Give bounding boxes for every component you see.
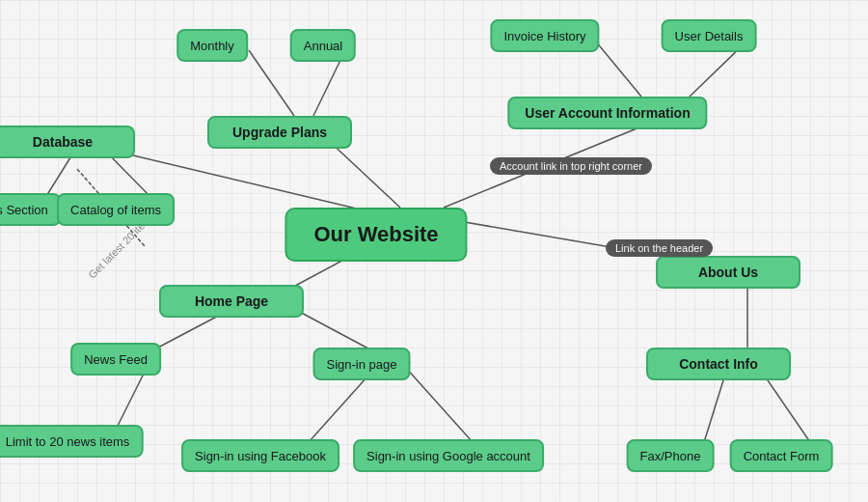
link-header-label: Link on the header: [606, 239, 713, 257]
signin-fb-node[interactable]: Sign-in using Facebook: [181, 439, 339, 472]
signin-google-node[interactable]: Sign-in using Google account: [353, 439, 544, 472]
annual-node[interactable]: Annual: [290, 29, 356, 62]
catalog-node[interactable]: Catalog of items: [57, 193, 175, 226]
svg-line-7: [249, 50, 294, 116]
svg-line-1: [328, 140, 400, 208]
our-website-node[interactable]: Our Website: [285, 208, 467, 262]
database-node[interactable]: Database: [0, 126, 135, 158]
user-account-node[interactable]: User Account Information: [507, 97, 707, 129]
news-feed-node[interactable]: News Feed: [70, 343, 161, 376]
account-link-label: Account link in top right corner: [490, 157, 652, 175]
contact-info-node[interactable]: Contact Info: [646, 348, 791, 380]
limit-news-node[interactable]: Limit to 20 news items: [0, 425, 143, 458]
signin-page-node[interactable]: Sign-in page: [313, 348, 411, 380]
upgrade-plans-node[interactable]: Upgrade Plans: [207, 116, 352, 149]
user-details-node[interactable]: User Details: [662, 19, 757, 52]
fax-phone-node[interactable]: Fax/Phone: [627, 439, 715, 472]
svg-line-9: [595, 41, 641, 97]
news-section-node[interactable]: News Section: [0, 193, 62, 226]
invoice-history-node[interactable]: Invoice History: [490, 19, 599, 52]
about-us-node[interactable]: About Us: [656, 256, 800, 289]
svg-line-15: [405, 367, 473, 442]
monthly-node[interactable]: Monthly: [176, 29, 248, 62]
home-page-node[interactable]: Home Page: [159, 285, 304, 318]
contact-form-node[interactable]: Contact Form: [730, 439, 833, 472]
